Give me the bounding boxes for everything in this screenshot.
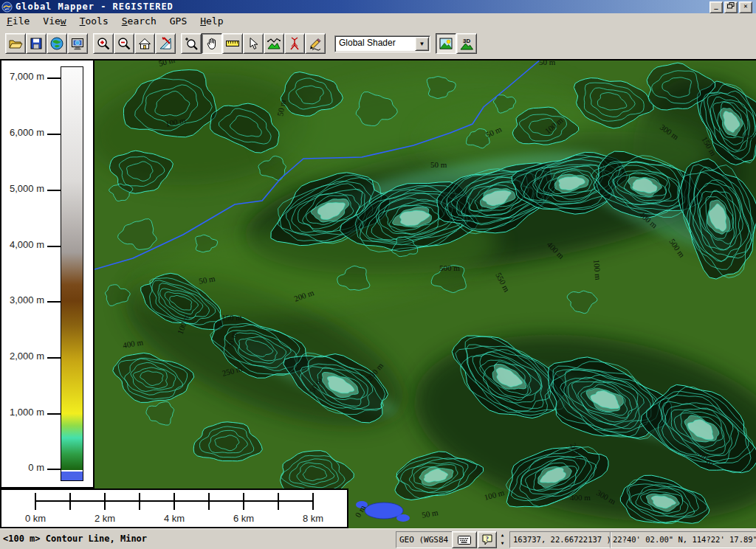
- file-toolbar-group: [5, 33, 88, 54]
- status-bar: <100 m> Contour Line, Minor GEO (WGS84 ?…: [0, 528, 756, 549]
- help-button[interactable]: ?: [478, 531, 497, 548]
- help-icon: ?: [482, 534, 492, 545]
- pan-hand-icon: [205, 36, 219, 51]
- legend-label: 0 m: [1, 462, 44, 473]
- status-feature-text: <100 m> Contour Line, Minor: [3, 531, 387, 547]
- legend-tick: [47, 357, 61, 359]
- status-xy-coords: 163737, 22.66722137 ): [509, 531, 611, 548]
- export-display-button[interactable]: [67, 33, 88, 54]
- shader-select[interactable]: Global Shader ▼: [334, 35, 430, 52]
- home-icon: [137, 36, 152, 51]
- svg-text:2 km: 2 km: [94, 513, 115, 524]
- status-latlon-coords: 22?40' 02.00" N, 114?22' 17.89" E: [610, 531, 756, 548]
- legend-label: 7,000 m: [1, 71, 44, 82]
- image-swatch-icon: [439, 36, 453, 51]
- svg-text:4 km: 4 km: [164, 513, 185, 524]
- world-data-button[interactable]: [47, 33, 67, 54]
- combo-dropdown-arrow[interactable]: ▼: [415, 37, 429, 51]
- elevation-legend-panel: 7,000 m6,000 m5,000 m4,000 m3,000 m2,000…: [0, 59, 94, 488]
- legend-tick: [47, 77, 61, 79]
- pan-tool-button[interactable]: [202, 33, 222, 54]
- measure-draw-button[interactable]: [155, 33, 176, 54]
- app-icon: [1, 1, 13, 13]
- legend-label: 5,000 m: [1, 183, 44, 194]
- legend-tick: [47, 469, 61, 470]
- menu-bar: File View Tools Search GPS Help: [0, 13, 756, 28]
- view-toolbar-group: 3D: [436, 33, 477, 54]
- menu-help[interactable]: Help: [193, 14, 230, 28]
- 3d-view-button[interactable]: 3D: [456, 33, 477, 54]
- menu-file[interactable]: File: [0, 14, 36, 28]
- legend-tick: [47, 246, 61, 247]
- contour-label: 50 m: [430, 160, 447, 169]
- zoom-toolbar-group: [93, 33, 176, 54]
- zoom-out-button[interactable]: [114, 33, 134, 54]
- select-tool-button[interactable]: [243, 33, 264, 54]
- menu-tools[interactable]: Tools: [73, 14, 115, 28]
- contour-label: 100 m: [592, 259, 602, 280]
- set-square-pencil-icon: [158, 36, 173, 51]
- legend-label: 4,000 m: [1, 239, 44, 250]
- status-projection-text: GEO (WGS84: [396, 531, 453, 548]
- open-folder-icon: [8, 36, 23, 51]
- menu-view[interactable]: View: [36, 14, 72, 28]
- contour-label: 150 m: [221, 313, 242, 322]
- svg-text:3D: 3D: [463, 38, 470, 44]
- below-sea-level-swatch: [61, 472, 83, 480]
- spinner-control[interactable]: ▲ ▼: [498, 532, 507, 547]
- measure-tool-button[interactable]: [222, 33, 243, 54]
- legend-tick: [47, 190, 61, 191]
- globe-icon: [49, 36, 64, 51]
- svg-text:0 km: 0 km: [25, 513, 46, 524]
- elevation-gradient-bar: [61, 66, 83, 481]
- legend-label: 1,000 m: [1, 407, 44, 418]
- path-profile-icon: [267, 36, 281, 51]
- close-button[interactable]: ✕: [739, 1, 752, 13]
- full-view-button[interactable]: [134, 33, 155, 54]
- tool-toolbar-group: [181, 33, 326, 54]
- shader-select-value: Global Shader: [339, 38, 396, 48]
- zoom-out-icon: [117, 36, 131, 51]
- distance-scale-bar: 0 km2 km4 km6 km8 km: [0, 488, 348, 528]
- legend-tick: [47, 134, 61, 135]
- open-file-button[interactable]: [5, 33, 26, 54]
- menu-gps[interactable]: GPS: [163, 14, 193, 28]
- restore-button[interactable]: [724, 1, 738, 13]
- path-profile-button[interactable]: [264, 33, 284, 54]
- pencil-icon: [308, 36, 323, 51]
- spinner-down-icon[interactable]: ▼: [498, 540, 507, 548]
- keyboard-icon: [458, 536, 471, 545]
- window-title: Global Mapper - REGISTERED: [16, 1, 173, 12]
- floppy-disk-icon: [29, 36, 44, 51]
- minimize-button[interactable]: _: [709, 1, 723, 13]
- svg-text:?: ?: [486, 535, 489, 542]
- restore-icon: [727, 2, 735, 9]
- zoom-tool-icon: [184, 36, 199, 51]
- toolbar: Global Shader ▼ 3D: [0, 28, 756, 59]
- legend-label: 3,000 m: [1, 294, 44, 305]
- spinner-up-icon[interactable]: ▲: [498, 532, 507, 539]
- antenna-icon: [287, 36, 302, 51]
- title-bar: Global Mapper - REGISTERED _ ✕: [0, 0, 756, 13]
- legend-label: 2,000 m: [1, 351, 44, 362]
- view-shed-button[interactable]: [284, 33, 305, 54]
- 3d-view-icon: 3D: [459, 36, 474, 51]
- image-swatch-button[interactable]: [436, 33, 456, 54]
- digitizer-button[interactable]: [305, 33, 326, 54]
- content-divider: [0, 59, 756, 61]
- ruler-icon: [225, 36, 240, 51]
- menu-search[interactable]: Search: [115, 14, 163, 28]
- save-button[interactable]: [26, 33, 47, 54]
- svg-text:8 km: 8 km: [303, 513, 323, 524]
- zoom-in-button[interactable]: [93, 33, 114, 54]
- zoom-in-icon: [96, 36, 111, 51]
- map-viewport[interactable]: 50 m100 m50 m50 m50 m50 m100 m300 m150 m…: [94, 59, 756, 528]
- zoom-tool-button[interactable]: [181, 33, 202, 54]
- contour-label: 400 m: [570, 493, 591, 502]
- keyboard-button[interactable]: [452, 531, 477, 548]
- scale-bar-graphic: 0 km2 km4 km6 km8 km: [1, 490, 344, 524]
- legend-tick: [47, 301, 61, 303]
- legend-tick: [47, 413, 61, 415]
- monitor-globe-icon: [70, 36, 85, 51]
- map-canvas[interactable]: 50 m100 m50 m50 m50 m50 m100 m300 m150 m…: [94, 59, 756, 528]
